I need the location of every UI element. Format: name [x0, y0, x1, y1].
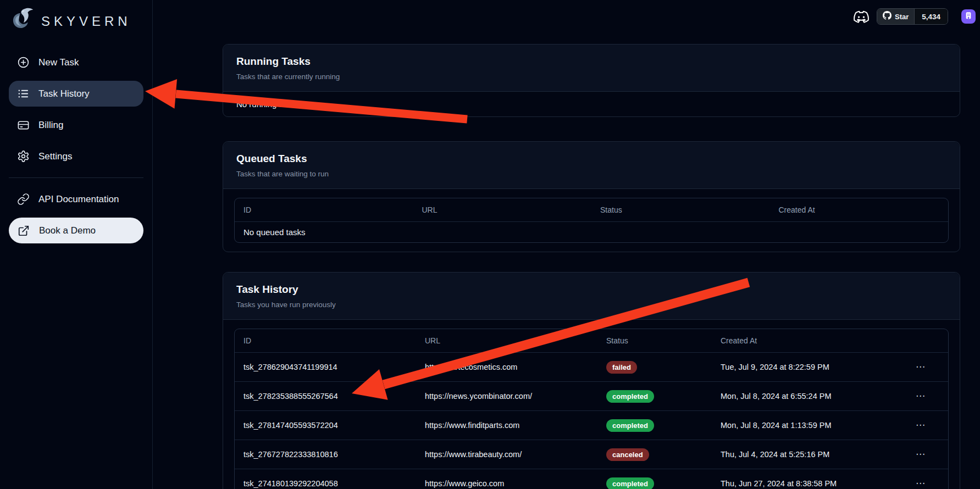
task-id-cell: tsk_278629043741199914	[235, 363, 416, 371]
task-history-title: Task History	[236, 284, 946, 296]
task-created-cell: Tue, Jul 9, 2024 at 8:22:59 PM	[712, 363, 893, 371]
task-created-cell: Mon, Jul 8, 2024 at 6:55:24 PM	[712, 392, 893, 401]
task-id-cell: tsk_274180139292204058	[235, 479, 416, 488]
sidebar-item-label: Settings	[38, 151, 72, 162]
task-url-cell: https://www.geico.com	[416, 479, 597, 488]
running-tasks-subtitle: Tasks that are currently running	[236, 73, 946, 81]
task-url-cell: https://tartecosmetics.com	[416, 363, 597, 371]
sidebar-item-task-history[interactable]: Task History	[9, 81, 143, 107]
github-star-button[interactable]: Star	[877, 9, 914, 24]
task-url-cell: https://news.ycombinator.com/	[416, 392, 597, 401]
book-a-demo-button[interactable]: Book a Demo	[9, 218, 143, 243]
column-header-id: ID	[235, 329, 416, 352]
column-header-status: Status	[591, 198, 770, 221]
column-header-url: URL	[416, 329, 597, 352]
task-row[interactable]: tsk_274180139292204058 https://www.geico…	[235, 469, 948, 489]
topbar: Star 5,434 Sk	[852, 8, 980, 25]
brand-logo[interactable]: SKYVERN	[9, 5, 143, 37]
task-status-cell: failed	[597, 361, 712, 374]
status-badge: completed	[606, 477, 654, 489]
sidebar-item-billing[interactable]: Billing	[9, 112, 143, 138]
external-link-icon	[17, 224, 30, 237]
queued-table-header: ID URL Status Created At	[235, 198, 948, 221]
task-status-cell: completed	[597, 477, 712, 489]
queued-tasks-subtitle: Tasks that are waiting to run	[236, 170, 946, 179]
ellipsis-icon: ⋯	[916, 479, 926, 488]
status-badge: canceled	[606, 448, 649, 461]
task-history-subtitle: Tasks you have run previously	[236, 301, 946, 309]
row-actions-button[interactable]: ⋯	[911, 362, 930, 372]
credit-card-icon	[16, 119, 30, 132]
row-actions-button[interactable]: ⋯	[911, 479, 930, 488]
column-header-created-at: Created At	[770, 198, 949, 221]
task-status-cell: completed	[597, 419, 712, 432]
history-table-header: ID URL Status Created At	[235, 329, 948, 352]
running-tasks-header: Running Tasks Tasks that are currently r…	[223, 45, 960, 92]
task-url-cell: https://www.finditparts.com	[416, 421, 597, 430]
task-status-cell: canceled	[597, 448, 712, 461]
task-status-cell: completed	[597, 390, 712, 403]
gear-icon	[16, 150, 30, 163]
column-header-status: Status	[597, 329, 712, 352]
queued-tasks-table: ID URL Status Created At No queued tasks	[234, 198, 949, 243]
github-star-label: Star	[895, 13, 909, 21]
row-actions-button[interactable]: ⋯	[911, 420, 930, 430]
main-content: Running Tasks Tasks that are currently r…	[223, 0, 960, 489]
row-actions-button[interactable]: ⋯	[911, 449, 930, 459]
sidebar-item-label: Task History	[38, 88, 90, 99]
discord-icon[interactable]	[852, 8, 871, 25]
avatar[interactable]	[961, 9, 976, 24]
sidebar-item-label: API Documentation	[38, 194, 119, 205]
task-row[interactable]: tsk_278629043741199914 https://tartecosm…	[235, 352, 948, 381]
task-row[interactable]: tsk_276727822333810816 https://www.tirab…	[235, 440, 948, 469]
list-icon	[16, 87, 30, 101]
sidebar-item-label: Billing	[38, 120, 63, 131]
building-icon	[964, 11, 973, 22]
column-header-url: URL	[413, 198, 592, 221]
book-a-demo-label: Book a Demo	[39, 225, 96, 236]
column-header-id: ID	[235, 198, 413, 221]
sidebar-divider	[9, 177, 143, 178]
plus-circle-icon	[16, 56, 30, 69]
sidebar-item-api-documentation[interactable]: API Documentation	[9, 186, 143, 212]
dragon-logo-icon	[9, 7, 36, 36]
github-icon	[883, 11, 892, 22]
ellipsis-icon: ⋯	[916, 362, 926, 372]
task-history-card: Task History Tasks you have run previous…	[223, 272, 960, 489]
queued-tasks-title: Queued Tasks	[236, 153, 946, 165]
task-created-cell: Thu, Jul 4, 2024 at 5:25:16 PM	[712, 450, 893, 459]
status-badge: failed	[606, 361, 637, 374]
task-row[interactable]: tsk_278147405593572204 https://www.findi…	[235, 410, 948, 440]
sidebar-nav: New Task Task History Billing	[9, 49, 143, 169]
task-row[interactable]: tsk_278235388555267564 https://news.ycom…	[235, 381, 948, 410]
task-id-cell: tsk_276727822333810816	[235, 450, 416, 459]
queued-tasks-empty-text: No queued tasks	[235, 221, 948, 242]
sidebar-item-settings[interactable]: Settings	[9, 143, 143, 169]
queued-tasks-header: Queued Tasks Tasks that are waiting to r…	[223, 142, 960, 189]
running-tasks-card: Running Tasks Tasks that are currently r…	[223, 44, 960, 117]
task-created-cell: Thu, Jun 27, 2024 at 8:38:58 PM	[712, 479, 893, 488]
task-id-cell: tsk_278147405593572204	[235, 421, 416, 430]
running-tasks-title: Running Tasks	[236, 55, 946, 68]
github-star-widget[interactable]: Star 5,434	[877, 8, 948, 25]
sidebar: SKYVERN New Task Task History	[0, 0, 153, 489]
column-header-actions	[893, 329, 948, 352]
sidebar-item-new-task[interactable]: New Task	[9, 49, 143, 75]
status-badge: completed	[606, 390, 654, 403]
ellipsis-icon: ⋯	[916, 449, 926, 459]
sidebar-item-label: New Task	[38, 57, 79, 68]
row-actions-button[interactable]: ⋯	[911, 391, 930, 401]
column-header-created-at: Created At	[712, 329, 893, 352]
ellipsis-icon: ⋯	[916, 391, 926, 401]
queued-tasks-card: Queued Tasks Tasks that are waiting to r…	[223, 141, 960, 252]
queued-tasks-body: ID URL Status Created At No queued tasks	[223, 189, 960, 252]
task-history-table: ID URL Status Created At tsk_27862904374…	[234, 329, 949, 489]
task-created-cell: Mon, Jul 8, 2024 at 1:13:59 PM	[712, 421, 893, 430]
status-badge: completed	[606, 419, 654, 432]
ellipsis-icon: ⋯	[916, 420, 926, 430]
task-url-cell: https://www.tirabeauty.com/	[416, 450, 597, 459]
brand-name: SKYVERN	[41, 14, 131, 29]
link-icon	[16, 193, 30, 206]
github-star-count[interactable]: 5,434	[914, 9, 948, 24]
task-history-header: Task History Tasks you have run previous…	[223, 273, 960, 320]
